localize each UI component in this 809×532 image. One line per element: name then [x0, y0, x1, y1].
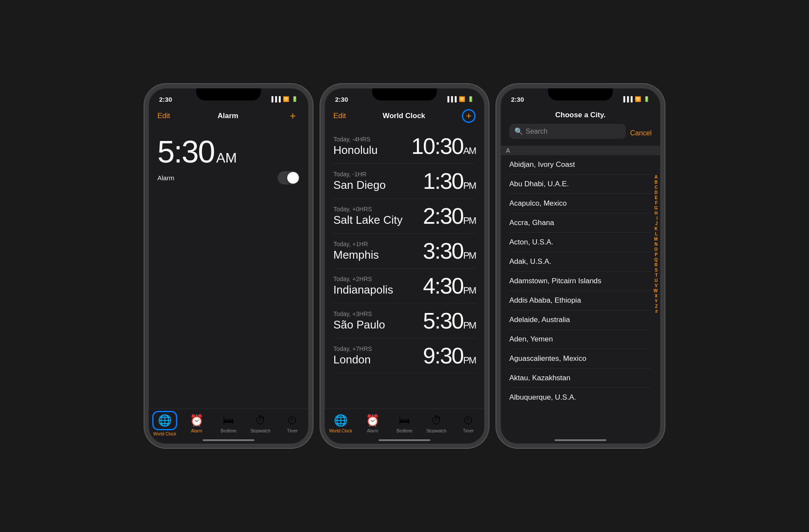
- search-bar[interactable]: 🔍 Search: [509, 124, 626, 139]
- alpha-w[interactable]: W: [654, 288, 658, 293]
- alpha-u[interactable]: U: [654, 278, 658, 283]
- alpha-y[interactable]: Y: [654, 299, 658, 304]
- clock-item-memphis: Today, +1HR Memphis 3:30PM: [333, 234, 476, 269]
- alpha-p[interactable]: P: [654, 252, 658, 257]
- city-item-albuquerque[interactable]: Albuquerque, U.S.A.: [509, 388, 652, 405]
- alpha-e[interactable]: E: [654, 195, 658, 200]
- add-button[interactable]: +: [286, 109, 300, 123]
- clock-item-saopaulo: Today, +3HRS São Paulo 5:30PM: [333, 304, 476, 338]
- alpha-hash[interactable]: #: [654, 309, 658, 314]
- tab-stopwatch[interactable]: ⏱ Stopwatch: [420, 414, 452, 433]
- phone-alarm: 2:30 ▐▐▐ 🛜 🔋 Edit Alarm + 5:30 AM Alarm …: [144, 84, 313, 448]
- alpha-t[interactable]: T: [654, 273, 658, 278]
- clock-city: Honolulu: [333, 144, 378, 157]
- alarm-toggle[interactable]: [278, 171, 300, 185]
- notch: [372, 88, 437, 100]
- tab-world-clock[interactable]: 🌐 World Clock: [325, 414, 357, 433]
- alpha-s[interactable]: S: [654, 268, 658, 272]
- toggle-knob: [287, 172, 299, 184]
- clock-time: 1:30PM: [423, 168, 476, 194]
- battery-icon: 🔋: [643, 96, 650, 102]
- alpha-v[interactable]: V: [654, 283, 658, 288]
- alpha-l[interactable]: L: [654, 232, 658, 236]
- city-item-aguascalientes[interactable]: Aguascalientes, Mexico: [509, 349, 652, 369]
- city-item-adelaide[interactable]: Adelaide, Australia: [509, 310, 652, 330]
- notch: [548, 88, 613, 100]
- city-item-abudhabi[interactable]: Abu Dhabi, U.A.E.: [509, 175, 652, 194]
- clock-offset: Today, +7HRS: [333, 345, 372, 352]
- alpha-q[interactable]: Q: [654, 257, 658, 262]
- alpha-n[interactable]: N: [654, 242, 658, 247]
- city-picker-title: Choose a City.: [509, 107, 652, 124]
- home-indicator: [555, 439, 606, 441]
- edit-button[interactable]: Edit: [157, 112, 170, 120]
- clock-city: São Paulo: [333, 318, 385, 332]
- alpha-a[interactable]: A: [654, 175, 658, 179]
- add-button[interactable]: +: [462, 109, 476, 123]
- tab-world-clock[interactable]: 🌐 World Clock: [149, 411, 181, 436]
- alpha-c[interactable]: C: [654, 185, 658, 190]
- wifi-icon: 🛜: [635, 96, 641, 102]
- status-icons: ▐▐▐ 🛜 🔋: [270, 96, 298, 102]
- alpha-i[interactable]: I: [654, 216, 658, 221]
- tab-label-bedtime: Bedtime: [221, 429, 237, 433]
- cancel-button[interactable]: Cancel: [630, 129, 652, 137]
- alarm-time-display: 5:30: [157, 134, 214, 169]
- tab-stopwatch[interactable]: ⏱ Stopwatch: [245, 414, 276, 433]
- city-item-adak[interactable]: Adak, U.S.A.: [509, 252, 652, 272]
- tab-bedtime[interactable]: 🛏 Bedtime: [213, 414, 245, 433]
- tab-alarm[interactable]: ⏰ Alarm: [357, 414, 389, 433]
- alpha-o[interactable]: O: [654, 247, 658, 252]
- tab-label-stopwatch: Stopwatch: [426, 429, 447, 433]
- status-time: 2:30: [159, 96, 172, 103]
- city-item-adamstown[interactable]: Adamstown, Pitcairn Islands: [509, 272, 652, 291]
- tab-bedtime[interactable]: 🛏 Bedtime: [389, 414, 420, 433]
- tab-label-timer: Timer: [287, 429, 298, 433]
- city-item-accra[interactable]: Accra, Ghana: [509, 213, 652, 233]
- alpha-d[interactable]: D: [654, 190, 658, 195]
- alpha-index[interactable]: A B C D E F G H I J K L M N O P Q R S T …: [654, 175, 658, 314]
- alpha-k[interactable]: K: [654, 226, 658, 231]
- clock-item-honolulu: Today, -4HRS Honolulu 10:30AM: [333, 129, 476, 164]
- bedtime-icon: 🛏: [399, 414, 410, 427]
- tab-label-world-clock: World Clock: [153, 432, 176, 436]
- edit-button[interactable]: Edit: [333, 112, 346, 120]
- alpha-x[interactable]: X: [654, 294, 658, 298]
- alpha-z[interactable]: Z: [654, 304, 658, 309]
- tab-timer[interactable]: ⏲ Timer: [452, 414, 484, 433]
- city-list: Abidjan, Ivory Coast Abu Dhabi, U.A.E. A…: [509, 155, 652, 405]
- tab-alarm[interactable]: ⏰ Alarm: [181, 414, 213, 433]
- stopwatch-icon: ⏱: [431, 414, 442, 427]
- alpha-b[interactable]: B: [654, 180, 658, 185]
- clock-item-london: Today, +7HRS London 9:30PM: [333, 338, 476, 373]
- phone-city-picker: 2:30 ▐▐▐ 🛜 🔋 Choose a City. 🔍 Search Can…: [496, 84, 665, 448]
- tab-timer[interactable]: ⏲ Timer: [276, 414, 308, 433]
- notch: [196, 88, 261, 100]
- alarm-label: Alarm: [157, 174, 174, 182]
- alpha-r[interactable]: R: [654, 263, 658, 267]
- world-clock-screen: Today, -4HRS Honolulu 10:30AM Today, -1H…: [325, 127, 484, 373]
- alpha-f[interactable]: F: [654, 200, 658, 205]
- timer-icon: ⏲: [463, 414, 474, 427]
- alpha-m[interactable]: M: [654, 237, 658, 241]
- clock-time: 2:30PM: [423, 203, 476, 229]
- city-item-acton[interactable]: Acton, U.S.A.: [509, 233, 652, 252]
- alarm-screen: 5:30 AM Alarm: [149, 127, 308, 185]
- world-clock-icon: 🌐: [334, 414, 348, 427]
- tab-bar: 🌐 World Clock ⏰ Alarm 🛏 Bedtime ⏱ Stopwa…: [325, 408, 484, 444]
- alpha-j[interactable]: J: [654, 221, 658, 226]
- alpha-h[interactable]: H: [654, 211, 658, 216]
- city-item-acapulco[interactable]: Acapulco, Mexico: [509, 194, 652, 213]
- tab-label-timer: Timer: [463, 429, 473, 433]
- tab-label-alarm: Alarm: [191, 429, 202, 433]
- city-item-abidjan[interactable]: Abidjan, Ivory Coast: [509, 155, 652, 175]
- home-indicator: [379, 439, 430, 441]
- city-item-addis[interactable]: Addis Ababa, Ethiopia: [509, 291, 652, 310]
- phone-world-clock: 2:30 ▐▐▐ 🛜 🔋 Edit World Clock + Today, -…: [320, 84, 489, 448]
- home-indicator: [203, 439, 254, 441]
- alpha-g[interactable]: G: [654, 206, 658, 210]
- city-item-aden[interactable]: Aden, Yemen: [509, 330, 652, 349]
- city-item-aktau[interactable]: Aktau, Kazakhstan: [509, 369, 652, 388]
- bedtime-icon: 🛏: [223, 414, 234, 427]
- signal-icon: ▐▐▐: [270, 96, 281, 102]
